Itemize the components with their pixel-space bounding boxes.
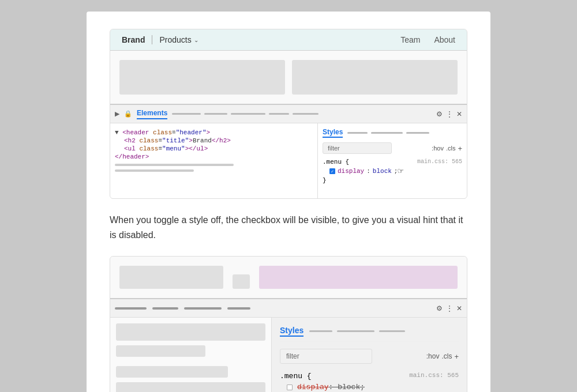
add-style-button[interactable]: + <box>458 144 462 153</box>
css-property-line-2: display: block; <box>280 383 459 391</box>
styles-panel-2: Styles filter :hov .cls + <box>272 318 467 392</box>
lock-icon[interactable]: 🔒 <box>124 110 132 118</box>
filter-controls-2: :hov .cls + <box>426 352 459 361</box>
nav-about: About <box>434 35 455 44</box>
checkbox-disabled[interactable] <box>287 385 293 390</box>
devtools-panel-1: ▶ 🔒 Elements ⚙ ⋮ ✕ <box>110 104 467 198</box>
tab-lines <box>172 113 432 115</box>
content-placeholder-1 <box>119 60 285 95</box>
devtools2-icons-right: ⚙ ⋮ ✕ <box>436 304 462 312</box>
styles-panel-1: Styles filter :hov .cls + <box>318 123 467 198</box>
css-source: main.css: 565 <box>417 159 462 165</box>
css-property-name-2[interactable]: display <box>297 383 329 391</box>
filter-input[interactable]: filter <box>323 142 392 154</box>
elem-line-4: </header> <box>115 153 313 160</box>
close-icon[interactable]: ✕ <box>456 110 462 118</box>
filter-row-2: filter :hov .cls + <box>280 349 459 364</box>
elem-placeholder-2 <box>115 169 194 172</box>
elem-line-2: <h2 class="title">Brand</h2> <box>115 137 313 144</box>
left-block-1 <box>116 323 265 341</box>
left-block-4 <box>116 382 265 392</box>
style2-tab-line-1 <box>309 330 332 332</box>
screenshot-box-2: ⚙ ⋮ ✕ Styles <box>110 256 467 392</box>
left-block-3 <box>116 366 228 378</box>
toolbar2-line-3 <box>184 307 222 310</box>
nav-team: Team <box>400 35 420 44</box>
css-source-2: main.css: 565 <box>409 372 459 379</box>
css-rule-1: main.css: 565 .menu { ✓ display: block; … <box>323 159 462 184</box>
page-container: Brand Products ⌄ Team About ▶ 🔒 Elements <box>87 12 490 392</box>
nav-products: Products ⌄ <box>159 35 198 44</box>
css-rule-2: main.css: 565 .menu { display: block; } <box>280 372 459 392</box>
elem-line-1: ▼ <header class="header"> <box>115 129 313 136</box>
chevron-down-icon: ⌄ <box>194 37 198 43</box>
elem-placeholder-1 <box>115 164 234 166</box>
css-property-name[interactable]: display <box>338 168 364 175</box>
cursor-pointer-icon: ☞ <box>398 165 403 177</box>
styles-toolbar-1: Styles <box>323 128 462 138</box>
toolbar2-line-4 <box>227 307 250 310</box>
tab-line-4 <box>269 113 289 115</box>
left-block-2 <box>116 345 205 357</box>
css-property-line: ✓ display: block; ☞ <box>323 165 462 177</box>
devtools-content-1: ▼ <header class="header"> <h2 class="tit… <box>110 123 467 198</box>
filter-controls: :hov .cls + <box>432 144 462 153</box>
filter-row: filter :hov .cls + <box>323 142 462 154</box>
nav-bar: Brand Products ⌄ Team About <box>110 29 467 51</box>
content-placeholder-2b <box>233 274 250 289</box>
hov-button-2[interactable]: :hov <box>426 352 440 360</box>
toolbar2-lines <box>115 307 432 310</box>
checkbox-enabled[interactable]: ✓ <box>329 168 335 174</box>
elem-line-3: <ul class="menu"></ul> <box>115 145 313 152</box>
close-icon-2[interactable]: ✕ <box>456 304 462 312</box>
content-placeholder-2c <box>259 266 458 289</box>
toolbar2-line-1 <box>115 307 147 310</box>
hov-button[interactable]: :hov <box>432 145 444 152</box>
content-area-1 <box>110 51 467 104</box>
devtools-toolbar-1: ▶ 🔒 Elements ⚙ ⋮ ✕ <box>110 105 467 123</box>
css-property-value[interactable]: block <box>373 168 392 175</box>
elements-panel: ▼ <header class="header"> <h2 class="tit… <box>110 123 318 198</box>
css-close-brace: } <box>323 177 462 184</box>
content-area-2 <box>110 257 467 298</box>
devtools-left-2 <box>110 318 272 392</box>
filter-input-2[interactable]: filter <box>280 349 372 364</box>
more-icon-2[interactable]: ⋮ <box>446 304 453 312</box>
description-text: When you toggle a style off, the checkbo… <box>110 213 467 242</box>
content-placeholder-2a <box>119 266 223 289</box>
style2-tab-line-2 <box>337 330 374 332</box>
styles-tab-2[interactable]: Styles <box>280 326 304 337</box>
disabled-property: display: block; <box>297 383 365 391</box>
devtools-content-2: Styles filter :hov .cls + <box>110 318 467 392</box>
styles-tab[interactable]: Styles <box>323 128 343 138</box>
style-tab-line-3 <box>406 132 429 134</box>
more-icon[interactable]: ⋮ <box>446 110 453 118</box>
nav-brand: Brand <box>122 35 152 44</box>
toolbar2-line-2 <box>152 307 178 310</box>
tab-line-3 <box>231 113 265 115</box>
devtools-icons-right: ⚙ ⋮ ✕ <box>436 110 462 118</box>
cursor-icon[interactable]: ▶ <box>115 110 119 118</box>
add-style-button-2[interactable]: + <box>454 352 459 361</box>
cls-button[interactable]: .cls <box>446 145 456 152</box>
gear-icon[interactable]: ⚙ <box>436 110 443 118</box>
cls-button-2[interactable]: .cls <box>441 352 452 360</box>
style-tab-line-2 <box>371 132 403 134</box>
style-tab-line-1 <box>347 132 368 134</box>
tab-line-1 <box>172 113 201 115</box>
elements-tab[interactable]: Elements <box>137 109 167 119</box>
tab-line-5 <box>293 113 319 115</box>
content-placeholder-2 <box>292 60 458 95</box>
devtools-toolbar-2: ⚙ ⋮ ✕ <box>110 298 467 318</box>
gear-icon-2[interactable]: ⚙ <box>436 304 443 312</box>
styles-toolbar-2: Styles <box>280 326 459 342</box>
tab-line-2 <box>204 113 227 115</box>
style2-tab-line-3 <box>379 330 405 332</box>
screenshot-box-1: Brand Products ⌄ Team About ▶ 🔒 Elements <box>110 29 467 199</box>
